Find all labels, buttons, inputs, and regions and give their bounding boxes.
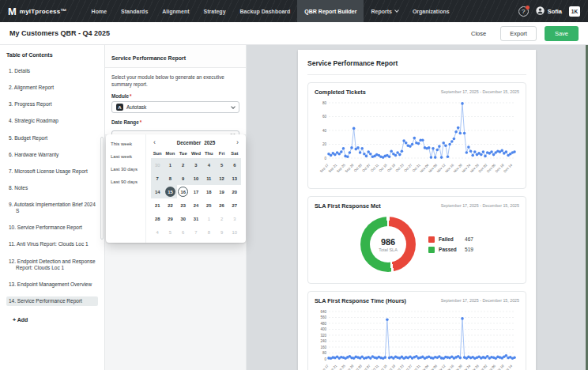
calendar-day[interactable]: 18	[202, 185, 215, 198]
calendar-day[interactable]: 19	[215, 185, 228, 198]
donut-legend: Failed 467 Passed 519	[428, 232, 473, 257]
card-title: SLA First Response Time (Hours)	[315, 297, 406, 304]
nav-item-reports[interactable]: Reports	[364, 0, 405, 22]
calendar-day[interactable]: 2	[215, 212, 228, 225]
nav-item-alignment[interactable]: Alignment	[155, 0, 196, 22]
calendar-day[interactable]: 7	[190, 225, 202, 239]
svg-text:160: 160	[320, 345, 326, 349]
quick-range-last-90-days[interactable]: Last 90 days	[111, 179, 141, 184]
calendar-day[interactable]: 12	[215, 172, 228, 185]
export-button[interactable]: Export	[500, 26, 537, 41]
user-menu[interactable]: Sofia	[536, 4, 562, 18]
quick-range-this-week[interactable]: This week	[111, 142, 141, 146]
svg-text:Oct 03: Oct 03	[353, 364, 364, 370]
calendar-day[interactable]: 23	[177, 198, 190, 212]
svg-text:Oct 15: Oct 15	[378, 364, 388, 370]
calendar-day[interactable]: 21	[151, 198, 164, 212]
preview-title: Service Performance Report	[307, 59, 526, 75]
close-button[interactable]: Close	[465, 27, 492, 40]
calendar-day[interactable]: 11	[202, 172, 215, 185]
calendar-day-name: Wed	[190, 148, 202, 158]
calendar-day[interactable]: 20	[228, 185, 241, 198]
calendar-day[interactable]: 5	[164, 225, 176, 239]
calendar-day[interactable]: 31	[190, 212, 202, 225]
calendar-day[interactable]: 29	[164, 212, 176, 225]
save-button[interactable]: Save	[545, 26, 579, 41]
calendar-day[interactable]: 5	[215, 158, 228, 172]
toc-item[interactable]: 9. Autotask Implementation Brief 2024 S	[6, 200, 98, 216]
calendar-day[interactable]: 8	[202, 225, 215, 239]
nav-item-backup-dashboard[interactable]: Backup Dashboard	[233, 0, 298, 22]
calendar-day[interactable]: 24	[190, 198, 202, 212]
calendar-day[interactable]: 13	[228, 172, 241, 185]
calendar-day[interactable]: 16	[177, 185, 190, 198]
toc-item[interactable]: 3. Progress Report	[6, 100, 98, 109]
calendar-day[interactable]: 4	[202, 158, 215, 172]
table-of-contents: Table of Contents 1. Details2. Alignment…	[0, 45, 105, 370]
calendar-day-name: Tue	[177, 148, 190, 158]
sidebar-scrollbar[interactable]	[100, 137, 104, 240]
toc-item[interactable]: 12. Endpoint Detection and Response Repo…	[6, 257, 98, 273]
add-section-button[interactable]: + Add	[13, 317, 98, 323]
chevron-down-icon	[231, 104, 236, 109]
calendar-day[interactable]: 1	[202, 212, 215, 225]
help-icon[interactable]: ?	[518, 6, 529, 17]
calendar-day[interactable]: 6	[228, 158, 241, 172]
calendar-day[interactable]: 3	[190, 158, 202, 172]
calendar-day[interactable]: 15	[164, 185, 176, 198]
brand[interactable]: M myITprocess™	[8, 6, 67, 17]
toc-list: 1. Details2. Alignment Report3. Progress…	[6, 66, 98, 306]
calendar-day[interactable]: 10	[228, 225, 241, 239]
svg-text:0: 0	[324, 157, 326, 160]
toc-item[interactable]: 2. Alignment Report	[6, 83, 98, 92]
org-badge[interactable]: 1K	[569, 6, 580, 17]
calendar-day[interactable]: 9	[215, 225, 228, 239]
toc-item[interactable]: 7. Microsoft License Usage Report	[6, 167, 98, 176]
calendar-day[interactable]: 28	[151, 212, 164, 225]
module-select[interactable]: A Autotask	[111, 101, 239, 113]
top-nav: M myITprocess™ HomeStandardsAlignmentStr…	[0, 0, 588, 22]
quick-range-last-week[interactable]: Last week	[111, 154, 141, 159]
calendar-day[interactable]: 27	[228, 198, 241, 212]
toc-item[interactable]: 6. Hardware Warranty	[6, 150, 98, 160]
toc-item[interactable]: 8. Notes	[6, 183, 98, 193]
calendar-day[interactable]: 22	[164, 198, 176, 212]
calendar-day[interactable]: 26	[215, 198, 228, 212]
toc-item[interactable]: 1. Details	[6, 66, 98, 76]
calendar-day[interactable]: 30	[177, 212, 190, 225]
toc-item[interactable]: 4. Strategic Roadmap	[6, 116, 98, 126]
calendar-day[interactable]: 2	[177, 158, 190, 172]
nav-item-home[interactable]: Home	[85, 0, 114, 22]
calendar-day[interactable]: 9	[177, 172, 190, 185]
nav-item-standards[interactable]: Standards	[114, 0, 155, 22]
legend-row-passed: Passed 519	[428, 247, 473, 253]
calendar-day[interactable]: 7	[151, 172, 164, 185]
calendar-day[interactable]: 17	[190, 185, 202, 198]
toc-item[interactable]: 5. Budget Report	[6, 134, 98, 143]
nav-item-strategy[interactable]: Strategy	[197, 0, 233, 22]
calendar-day[interactable]: 1	[164, 158, 176, 172]
svg-text:Oct 27: Oct 27	[403, 364, 413, 370]
sla-response-time-card: SLA First Response Time (Hours) Septembe…	[307, 291, 526, 370]
calendar-day[interactable]: 10	[190, 172, 202, 185]
calendar-prev-icon[interactable]: ‹	[151, 139, 158, 146]
calendar-next-icon[interactable]: ›	[234, 139, 241, 146]
calendar-day[interactable]: 4	[151, 225, 164, 239]
toc-item[interactable]: 10. Service Performance Report	[6, 223, 98, 232]
nav-item-qbr-report-builder[interactable]: QBR Report Builder	[297, 0, 364, 22]
nav-item-organizations[interactable]: Organizations	[405, 0, 457, 22]
calendar-day[interactable]: 6	[177, 225, 190, 239]
main-nav: HomeStandardsAlignmentStrategyBackup Das…	[85, 0, 457, 22]
quick-range-last-30-days[interactable]: Last 30 days	[111, 167, 141, 172]
brand-logo-icon: M	[8, 6, 17, 17]
calendar-day[interactable]: 3	[228, 212, 241, 225]
toc-item[interactable]: 14. Service Performance Report	[6, 296, 98, 306]
calendar-day[interactable]: 25	[202, 198, 215, 212]
panel-header: Service Performance Report	[105, 45, 246, 68]
calendar-day[interactable]: 8	[164, 172, 176, 185]
calendar-day[interactable]: 14	[151, 185, 164, 198]
page-title: My Customers QBR - Q4 2025	[9, 29, 110, 37]
toc-item[interactable]: 11. Anti Virus Report: Clouds Loc 1	[6, 240, 98, 249]
calendar-day[interactable]: 30	[151, 158, 164, 172]
toc-item[interactable]: 13. Endpoint Management Overview	[6, 280, 98, 289]
